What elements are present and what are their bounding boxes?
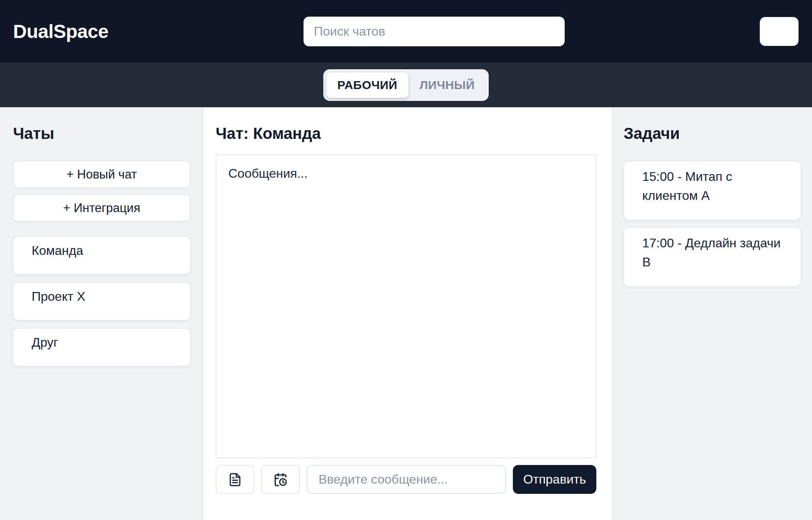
mode-toggle-bar: РАБОЧИЙ ЛИЧНЫЙ (0, 63, 812, 107)
header-action-button[interactable] (760, 17, 799, 46)
calendar-clock-icon (273, 473, 288, 487)
chat-item-drug[interactable]: Друг (13, 328, 190, 366)
chat-item-komanda[interactable]: Команда (13, 237, 190, 274)
chat-item-proekt-x[interactable]: Проект X (13, 283, 190, 320)
task-card-2[interactable]: 17:00 - Дедлайн задачи B (624, 228, 801, 287)
tab-work-mode[interactable]: РАБОЧИЙ (326, 72, 409, 98)
app-header: DualSpace (0, 0, 812, 63)
mode-toggle: РАБОЧИЙ ЛИЧНЫЙ (323, 69, 489, 101)
main-content: Чаты + Новый чат + Интеграция Команда Пр… (0, 107, 812, 520)
new-chat-button[interactable]: + Новый чат (13, 161, 190, 188)
tab-personal-mode[interactable]: ЛИЧНЫЙ (408, 72, 486, 98)
messages-area: Сообщения... (216, 154, 596, 458)
send-button[interactable]: Отправить (513, 465, 596, 494)
app-logo: DualSpace (13, 21, 108, 42)
search-input[interactable] (304, 17, 565, 46)
schedule-message-button[interactable] (261, 465, 300, 494)
task-card-1[interactable]: 15:00 - Митап с клиентом А (624, 161, 801, 220)
tasks-sidebar: Задачи 15:00 - Митап с клиентом А 17:00 … (612, 107, 812, 520)
chats-sidebar: Чаты + Новый чат + Интеграция Команда Пр… (0, 107, 203, 520)
integration-button[interactable]: + Интеграция (13, 194, 190, 222)
chat-title: Чат: Команда (216, 125, 596, 142)
message-composer: Отправить (216, 465, 596, 494)
attach-file-button[interactable] (216, 465, 254, 494)
file-document-icon (228, 473, 242, 487)
message-input[interactable] (307, 465, 506, 494)
chat-list: Команда Проект X Друг (13, 237, 190, 366)
tasks-title: Задачи (624, 125, 801, 142)
chats-title: Чаты (13, 125, 190, 142)
chat-panel: Чат: Команда Сообщения... (203, 107, 612, 520)
